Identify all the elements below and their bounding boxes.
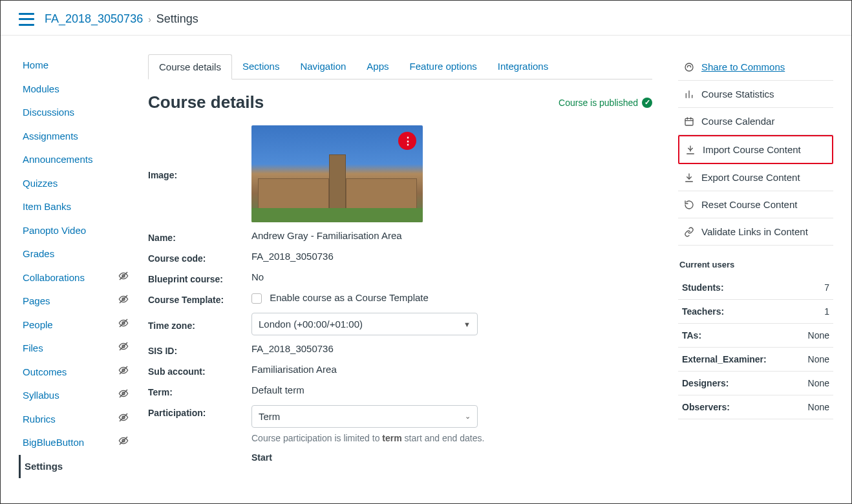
participation-select[interactable]: Term ⌄ — [251, 405, 478, 428]
breadcrumb-course-link[interactable]: FA_2018_3050736 — [45, 12, 143, 26]
settings-tabs: Course detailsSectionsNavigationAppsFeat… — [148, 54, 652, 79]
action-reset-course-content[interactable]: Reset Course Content — [678, 191, 833, 218]
action-validate-links-in-content[interactable]: Validate Links in Content — [678, 218, 833, 246]
value-sub-account-link[interactable]: Familiarisation Area — [251, 364, 652, 375]
hidden-eye-icon — [118, 318, 129, 332]
value-course-code: FA_2018_3050736 — [251, 251, 652, 262]
sidebar-item-modules[interactable]: Modules — [19, 78, 129, 101]
sidebar-item-label: Syllabus — [23, 388, 59, 403]
sidebar-item-label: Panopto Video — [23, 224, 86, 238]
sidebar-item-panopto-video[interactable]: Panopto Video — [19, 219, 129, 243]
export-icon — [683, 173, 695, 183]
label-sis-id: SIS ID: — [148, 343, 239, 356]
participation-help-text: Course participation is limited to term … — [251, 433, 652, 443]
sidebar-item-files[interactable]: Files — [19, 337, 129, 361]
settings-content: Course detailsSectionsNavigationAppsFeat… — [148, 54, 659, 478]
sidebar-item-outcomes[interactable]: Outcomes — [19, 361, 129, 384]
action-label: Export Course Content — [701, 172, 800, 183]
user-role-count: 1 — [824, 306, 829, 317]
sidebar-item-label: Collaborations — [23, 271, 85, 286]
sidebar-item-quizzes[interactable]: Quizzes — [19, 172, 129, 196]
action-course-statistics[interactable]: Course Statistics — [678, 81, 833, 108]
timezone-select-value: London (+00:00/+01:00) — [259, 319, 363, 330]
tab-feature-options[interactable]: Feature options — [399, 54, 487, 79]
hamburger-menu-button[interactable] — [19, 13, 34, 26]
action-label: Validate Links in Content — [701, 226, 808, 237]
sidebar-item-label: Pages — [23, 294, 50, 309]
action-export-course-content[interactable]: Export Course Content — [678, 164, 833, 191]
sidebar-item-bigbluebutton[interactable]: BigBlueButton — [19, 431, 129, 455]
action-label: Import Course Content — [703, 144, 801, 155]
template-option-text: Enable course as a Course Template — [270, 292, 429, 303]
action-label: Course Statistics — [701, 89, 774, 100]
action-share-to-commons[interactable]: Share to Commons — [678, 54, 833, 81]
sidebar-item-item-banks[interactable]: Item Banks — [19, 195, 129, 219]
sidebar-item-rubrics[interactable]: Rubrics — [19, 408, 129, 432]
label-timezone: Time zone: — [148, 318, 239, 331]
sidebar-item-home[interactable]: Home — [19, 54, 129, 78]
sidebar-item-label: Modules — [23, 82, 59, 97]
course-image-more-button[interactable]: ⋮ — [398, 132, 416, 150]
template-checkbox[interactable] — [251, 293, 262, 304]
sidebar-item-label: Files — [23, 341, 43, 356]
sidebar-item-pages[interactable]: Pages — [19, 289, 129, 313]
import-icon — [685, 145, 696, 155]
hidden-eye-icon — [118, 388, 129, 403]
action-course-calendar[interactable]: Course Calendar — [678, 108, 833, 135]
user-role-label: Designers: — [682, 378, 729, 388]
label-template: Course Template: — [148, 292, 239, 305]
participation-select-value: Term — [259, 411, 280, 422]
label-image: Image: — [148, 167, 239, 180]
sidebar-item-label: Settings — [25, 459, 63, 474]
breadcrumb-current: Settings — [156, 12, 198, 26]
link-icon — [683, 227, 695, 237]
sidebar-item-label: Assignments — [23, 129, 78, 144]
stats-icon — [683, 89, 695, 100]
label-name: Name: — [148, 230, 239, 243]
sidebar-item-label: Quizzes — [23, 176, 58, 191]
calendar-icon — [683, 116, 695, 127]
sidebar-item-label: Grades — [23, 247, 54, 262]
sidebar-item-announcements[interactable]: Announcements — [19, 148, 129, 172]
tab-course-details[interactable]: Course details — [148, 54, 232, 79]
sidebar-item-syllabus[interactable]: Syllabus — [19, 384, 129, 408]
sidebar-item-label: BigBlueButton — [23, 436, 84, 450]
user-role-count: 7 — [824, 282, 829, 293]
hidden-eye-icon — [118, 271, 129, 285]
sidebar-item-people[interactable]: People — [19, 313, 129, 337]
user-role-label: Students: — [682, 282, 724, 293]
hidden-eye-icon — [118, 412, 129, 426]
user-role-count: None — [808, 378, 829, 388]
tab-sections[interactable]: Sections — [232, 54, 290, 79]
sidebar-item-label: Item Banks — [23, 200, 71, 215]
label-participation: Participation: — [148, 405, 239, 418]
sidebar-item-grades[interactable]: Grades — [19, 242, 129, 266]
check-circle-icon: ✓ — [642, 98, 652, 108]
current-users-title: Current users — [679, 260, 833, 269]
label-start: Start — [251, 452, 652, 463]
hidden-eye-icon — [118, 365, 129, 379]
sidebar-item-label: People — [23, 318, 53, 333]
sidebar-item-settings[interactable]: Settings — [19, 455, 129, 479]
sidebar-item-label: Outcomes — [23, 365, 67, 380]
tab-integrations[interactable]: Integrations — [487, 54, 559, 79]
published-status-text: Course is published — [559, 98, 638, 108]
reset-icon — [683, 200, 695, 210]
user-role-count: None — [808, 402, 829, 412]
sidebar-item-label: Discussions — [23, 105, 74, 120]
sidebar-item-assignments[interactable]: Assignments — [19, 125, 129, 149]
label-blueprint: Blueprint course: — [148, 271, 239, 284]
label-course-code: Course code: — [148, 251, 239, 264]
timezone-select[interactable]: London (+00:00/+01:00) ▼ — [251, 313, 478, 335]
svg-point-16 — [685, 63, 693, 71]
value-sis-id: FA_2018_3050736 — [251, 343, 652, 354]
sidebar-item-collaborations[interactable]: Collaborations — [19, 266, 129, 290]
sidebar-item-label: Home — [23, 58, 48, 73]
hidden-eye-icon — [118, 341, 129, 355]
tab-navigation[interactable]: Navigation — [290, 54, 356, 79]
tab-apps[interactable]: Apps — [356, 54, 399, 79]
hidden-eye-icon — [118, 294, 129, 308]
user-role-label: External_Examiner: — [682, 354, 767, 364]
action-import-course-content[interactable]: Import Course Content — [678, 135, 833, 164]
sidebar-item-discussions[interactable]: Discussions — [19, 101, 129, 125]
